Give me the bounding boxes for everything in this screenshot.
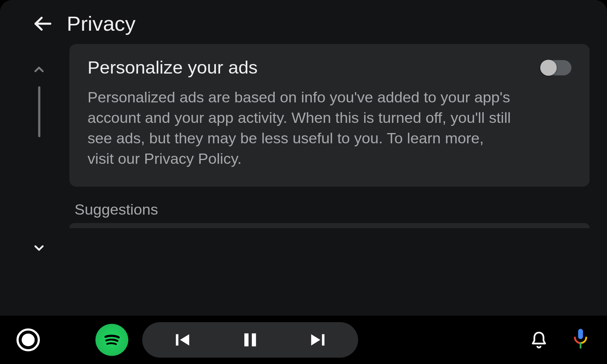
settings-surface: Privacy Per <box>0 0 607 316</box>
chevron-up-icon <box>31 62 46 77</box>
skip-next-icon <box>308 330 328 350</box>
previous-track-button[interactable] <box>173 330 193 350</box>
spotify-icon <box>101 329 123 350</box>
assistant-mic-button[interactable] <box>571 328 591 352</box>
svg-rect-4 <box>322 334 325 345</box>
back-button[interactable] <box>30 12 55 36</box>
header: Privacy <box>0 0 607 44</box>
chevron-down-icon <box>31 241 46 255</box>
suggestions-section-header: Suggestions <box>75 201 590 218</box>
system-bar <box>0 316 607 364</box>
circle-icon <box>22 334 35 346</box>
scroll-indicator <box>38 86 40 137</box>
scroll-rail <box>26 44 52 316</box>
scroll-down-button[interactable] <box>30 240 48 257</box>
settings-content: Personalize your ads Personalized ads ar… <box>52 44 590 316</box>
next-track-button[interactable] <box>308 330 328 350</box>
personalize-ads-toggle[interactable] <box>541 60 571 75</box>
skip-previous-icon <box>173 330 193 350</box>
page-title: Privacy <box>67 12 135 35</box>
arrow-left-icon <box>32 14 53 34</box>
bell-icon <box>529 330 549 350</box>
personalize-ads-card[interactable]: Personalize your ads Personalized ads ar… <box>69 44 590 187</box>
personalize-ads-title: Personalize your ads <box>88 58 531 78</box>
scroll-up-button[interactable] <box>30 61 48 78</box>
svg-rect-5 <box>578 329 583 339</box>
google-mic-icon <box>571 328 591 352</box>
notifications-button[interactable] <box>529 330 549 350</box>
toggle-thumb <box>540 60 557 75</box>
svg-rect-2 <box>244 333 248 346</box>
play-pause-button[interactable] <box>240 330 260 350</box>
svg-rect-1 <box>176 334 179 345</box>
pause-icon <box>240 330 260 350</box>
svg-rect-3 <box>252 333 256 346</box>
personalize-ads-description: Personalized ads are based on info you'v… <box>88 87 513 169</box>
suggestions-card-peek[interactable] <box>69 223 590 228</box>
media-app-button[interactable] <box>95 324 128 356</box>
media-controls <box>142 322 358 358</box>
launcher-button[interactable] <box>16 328 40 351</box>
